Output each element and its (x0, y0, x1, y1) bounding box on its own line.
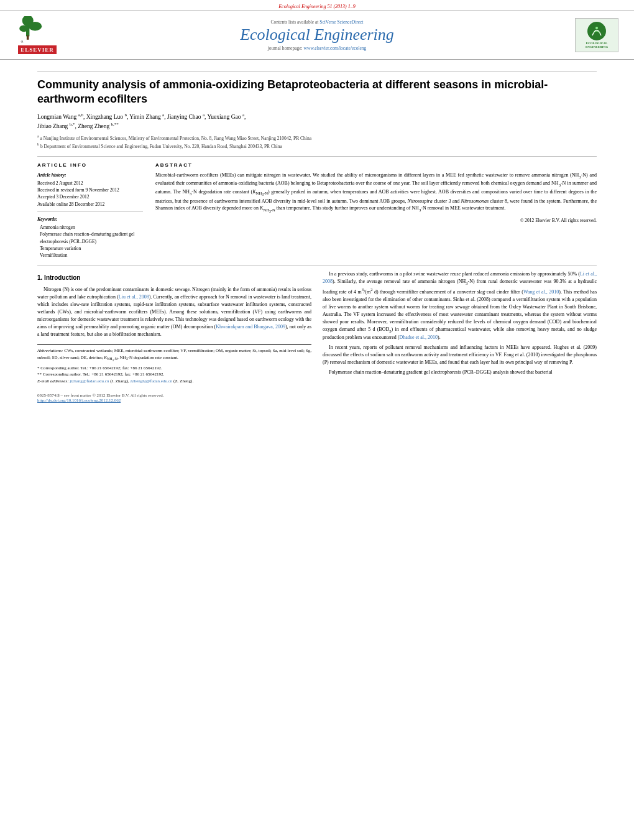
svg-point-2 (29, 22, 42, 30)
abstract-heading: ABSTRACT (155, 162, 597, 169)
mid-divider (37, 156, 597, 157)
svg-point-3 (19, 25, 28, 32)
article-history-label: Article history: (37, 172, 143, 178)
doi-link[interactable]: http://dx.doi.org/10.1016/j.ecoleng.2012… (37, 398, 121, 403)
abbrev-text: Abbreviations: CWs, constructed wetlands… (37, 348, 311, 362)
svg-point-7 (595, 27, 598, 29)
abstract-text: Microbial-earthworm ecofilters (MEEs) ca… (155, 172, 597, 214)
info-divider (37, 211, 143, 212)
sciverse-line: Contents lists available at SciVerse Sci… (68, 19, 566, 25)
header-center: Contents lists available at SciVerse Sci… (68, 19, 566, 52)
page-footer: 0925-8574/$ – see front matter © 2012 El… (0, 390, 634, 405)
copyright-line: © 2012 Elsevier B.V. All rights reserved… (155, 218, 597, 224)
journal-logo-box: ECOLOGICALENGINEERING (572, 18, 622, 52)
article-info-column: ARTICLE INFO Article history: Received 2… (37, 162, 143, 259)
authors-line: Longmian Wang a,b, Xingzhang Luo b, Yimi… (37, 112, 597, 131)
journal-citation: Ecological Engineering 51 (2013) 1–9 (0, 0, 634, 11)
top-divider (37, 71, 597, 72)
elsevier-logo: ⚗ ELSEVIER (12, 16, 62, 54)
elsevier-tree-icon: ⚗ (19, 16, 56, 44)
intro-para-4: Polymerase chain reaction–denaturing gra… (323, 369, 597, 376)
article-title: Community analysis of ammonia-oxidizing … (37, 78, 597, 107)
body-col-left: 1. Introduction Nitrogen (N) is one of t… (37, 270, 311, 384)
logo-circle-icon (587, 22, 606, 40)
article-info-abstract-columns: ARTICLE INFO Article history: Received 2… (37, 162, 597, 259)
body-divider (37, 265, 597, 265)
footnotes: Abbreviations: CWs, constructed wetlands… (37, 344, 311, 384)
corresponding-1: * Corresponding author. Tel.: +86 21 656… (37, 365, 311, 372)
journal-title: Ecological Engineering (68, 26, 566, 44)
section1-heading: 1. Introduction (37, 273, 311, 282)
main-content: Community analysis of ammonia-oxidizing … (0, 60, 634, 390)
article-dates: Received 2 August 2012 Received in revis… (37, 180, 143, 208)
journal-logo-img: ECOLOGICALENGINEERING (575, 18, 618, 52)
abstract-column: ABSTRACT Microbial-earthworm ecofilters … (155, 162, 597, 259)
intro-para-1: Nitrogen (N) is one of the predominant c… (37, 286, 311, 338)
intro-para-3: In recent years, reports of pollutant re… (323, 344, 597, 366)
page-container: Ecological Engineering 51 (2013) 1–9 ⚗ E… (0, 0, 634, 405)
svg-text:⚗: ⚗ (21, 40, 24, 44)
intro-para-2: In a previous study, earthworms in a pil… (323, 270, 597, 341)
affiliations: a a Nanjing Institute of Environmental S… (37, 134, 597, 150)
article-info-heading: ARTICLE INFO (37, 162, 143, 169)
body-columns: 1. Introduction Nitrogen (N) is one of t… (37, 270, 597, 384)
body-col-right: In a previous study, earthworms in a pil… (323, 270, 597, 384)
header-banner: ⚗ ELSEVIER Contents lists available at S… (0, 11, 634, 60)
homepage-link[interactable]: www.elsevier.com/locate/ecoleng (304, 45, 367, 51)
svg-rect-4 (27, 35, 29, 40)
sciverse-link[interactable]: SciVerse ScienceDirect (319, 19, 363, 25)
keywords-section: Keywords: Ammonia nitrogen Polymerase ch… (37, 216, 143, 259)
homepage-line: journal homepage: www.elsevier.com/locat… (68, 45, 566, 51)
email-line: E-mail addresses: jizhang@fudan.edu.cn (… (37, 378, 311, 385)
elsevier-label: ELSEVIER (18, 45, 57, 54)
corresponding-2: ** Corresponding author. Tel.: +86 21 65… (37, 371, 311, 378)
